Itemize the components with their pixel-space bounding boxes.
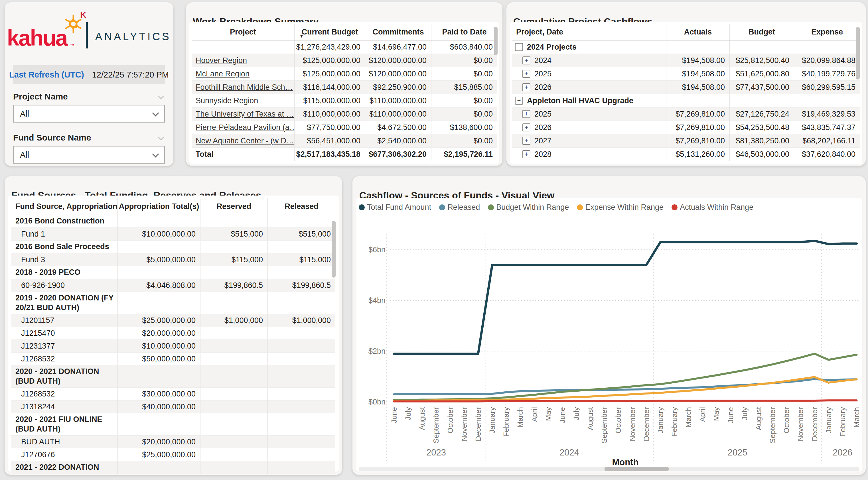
expand-icon[interactable]: + xyxy=(522,137,530,145)
project-name-dropdown[interactable]: All xyxy=(13,105,165,123)
appropriation-cell: J1215470 xyxy=(11,327,118,340)
chevron-down-icon xyxy=(152,151,159,157)
wbs-column-header[interactable]: Project xyxy=(192,24,294,40)
project-link[interactable]: McLane Region xyxy=(196,69,249,78)
appropriation-total-cell: $40,000,000.00 xyxy=(118,401,200,413)
x-axis-month-label: December xyxy=(810,407,819,441)
fund-sources-column-header[interactable]: Reserved xyxy=(200,198,268,215)
fund-source-dropdown[interactable]: All xyxy=(13,146,165,164)
released-cell: $115,000 xyxy=(268,253,335,266)
reserved-cell: $199,860.5 xyxy=(200,279,268,292)
x-axis-month-label: June xyxy=(726,407,735,423)
reserved-cell xyxy=(200,448,268,461)
table-row: +2025$7,269,810.00$27,126,750.24$19,469,… xyxy=(512,107,860,121)
fund-source-group-cell: 2018 - 2019 PECO xyxy=(11,266,118,279)
table-row: +2026$194,508.00$77,437,500.00$60,299,59… xyxy=(512,81,860,94)
project-date-cell: +2027 xyxy=(512,134,666,147)
reserved-cell xyxy=(200,340,268,352)
table-row: J1268532$30,000,000.00 xyxy=(11,388,335,401)
collapse-icon[interactable]: − xyxy=(515,97,523,105)
appropriation-total-cell: $10,000,000.00 xyxy=(118,228,200,240)
fund-source-slicer-collapse-chevron-icon[interactable] xyxy=(158,134,164,140)
chart-horizontal-scrollbar-track[interactable] xyxy=(359,467,860,471)
appropriation-cell: J1201157 xyxy=(11,314,118,327)
table-row: 2020 - 2021 FIU ONLINE (BUD AUTH) xyxy=(11,413,335,436)
x-axis-title: Month xyxy=(612,457,639,467)
cpc-column-header[interactable]: Actuals xyxy=(666,24,730,40)
appropriation-cell: J1270676 xyxy=(11,448,118,461)
cpc-vertical-scrollbar[interactable] xyxy=(856,27,860,79)
wbs-column-header[interactable]: Paid to Date xyxy=(431,24,497,40)
wbs-vertical-scrollbar[interactable] xyxy=(494,27,498,55)
table-row: 2021 - 2022 DONATION xyxy=(11,461,335,474)
paid-to-date-cell: $0.00 xyxy=(431,54,497,67)
svg-text:K: K xyxy=(80,10,86,20)
wbs-column-header[interactable]: Commitments xyxy=(365,24,431,40)
fund-source-group-cell: 2016 Bond Sale Proceeds xyxy=(11,241,118,253)
chevron-down-icon xyxy=(152,109,159,116)
released-cell: $1,000,000 xyxy=(268,314,335,327)
released-cell xyxy=(268,388,335,400)
fund-sources-card: Fund Sources - Total Funding, Reserves a… xyxy=(5,176,342,475)
appropriation-cell: BUD AUTH xyxy=(11,436,118,448)
expand-icon[interactable]: + xyxy=(522,57,530,64)
project-link[interactable]: New Aquatic Center - (w D… xyxy=(196,136,294,146)
table-row: −Appleton Hall HVAC Upgrade xyxy=(512,94,860,107)
table-row: +2025$194,508.00$51,625,000.80$40,199,72… xyxy=(512,67,860,81)
group-label: Appleton Hall HVAC Upgrade xyxy=(527,96,633,105)
fund-sources-column-header[interactable]: Appropriation Total(s) xyxy=(118,198,200,215)
last-refresh-chip: Last Refresh (UTC) 12/22/25 7:57:20 PM xyxy=(13,65,165,84)
x-axis-month-label: June xyxy=(558,407,567,423)
wbs-column-header[interactable]: Current Budget▼ xyxy=(294,24,365,40)
expand-icon[interactable]: + xyxy=(522,110,530,118)
expand-icon[interactable]: + xyxy=(522,123,530,131)
project-slicer-collapse-chevron-icon[interactable] xyxy=(158,93,164,99)
project-link[interactable]: Sunnyside Region xyxy=(196,96,258,105)
expense-cell: $68,202,166.11 xyxy=(794,134,860,147)
budget-cell: $46,503,000.00 xyxy=(730,148,794,161)
fund-sources-vertical-scrollbar[interactable] xyxy=(332,221,336,278)
collapse-icon[interactable]: − xyxy=(515,43,523,51)
kahua-starburst-icon: K xyxy=(60,9,89,38)
current-budget-cell: $1,276,243,429.00 xyxy=(294,40,365,54)
appropriation-cell: 60-926-1900 xyxy=(11,279,118,292)
current-budget-cell: $110,000,000.00 xyxy=(294,107,365,121)
x-axis-month-label: December xyxy=(474,407,483,441)
cpc-column-header[interactable]: Budget xyxy=(730,24,794,40)
current-budget-cell: $115,000,000.00 xyxy=(294,94,365,107)
budget-cell: $25,812,500.40 xyxy=(730,54,794,67)
released-cell xyxy=(268,327,335,340)
project-link[interactable]: The University of Texas at … xyxy=(196,110,294,119)
expense-cell: $43,835,747.37 xyxy=(794,121,860,134)
fund-sources-column-header[interactable]: Fund Source, Appropriation xyxy=(11,198,118,215)
cpc-column-header[interactable]: Expense xyxy=(794,24,860,40)
wbs-header-row: ProjectCurrent Budget▼CommitmentsPaid to… xyxy=(192,24,497,40)
wbs-table: ProjectCurrent Budget▼CommitmentsPaid to… xyxy=(192,24,497,161)
project-cell: Sunnyside Region xyxy=(192,94,294,107)
fund-sources-column-header[interactable]: Released xyxy=(268,198,335,215)
project-link[interactable]: Pierre-Péladeau Pavilion (a… xyxy=(196,123,294,132)
project-link[interactable]: Hoover Region xyxy=(196,56,247,65)
x-axis-month-label: August xyxy=(418,407,426,430)
expand-icon[interactable]: + xyxy=(522,83,530,91)
project-link[interactable]: Foothill Ranch Middle Sch… xyxy=(196,83,293,92)
appropriation-total-cell: $4,046,808.00 xyxy=(118,279,200,292)
x-axis-year-label: 2024 xyxy=(559,448,579,457)
appropriation-total-cell: $10,000,000.00 xyxy=(118,340,200,352)
released-cell xyxy=(268,215,335,227)
actuals-cell: $7,269,810.00 xyxy=(666,134,730,147)
expense-cell: $40,199,729.76 xyxy=(794,67,860,81)
chart-horizontal-scrollbar-thumb[interactable] xyxy=(604,467,669,471)
released-cell xyxy=(268,448,335,461)
released-cell xyxy=(268,461,335,474)
released-cell: $199,860.5 xyxy=(268,279,335,292)
table-row: J1215470$20,000,000.00 xyxy=(11,327,335,340)
cpc-column-header[interactable]: Project, Date xyxy=(512,24,666,40)
actuals-cell: $194,508.00 xyxy=(666,67,730,81)
cashflow-chart-card: Cashflow - Sources of Funds - Visual Vie… xyxy=(352,176,866,475)
appropriation-cell: J1231377 xyxy=(11,340,118,352)
expand-icon[interactable]: + xyxy=(522,150,530,158)
expand-icon[interactable]: + xyxy=(522,70,530,78)
table-row: 2016 Bond Construction xyxy=(11,215,335,228)
x-axis-month-label: November xyxy=(628,407,637,441)
